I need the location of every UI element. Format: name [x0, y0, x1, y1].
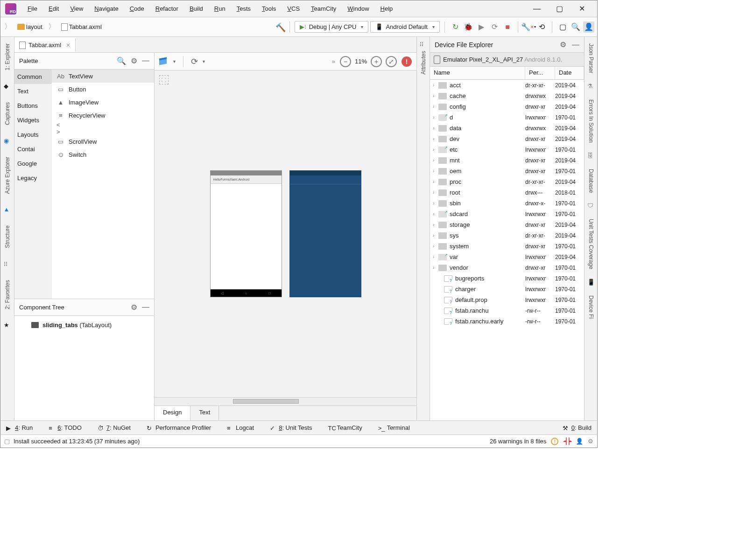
- menu-window[interactable]: Window: [342, 2, 374, 15]
- file-row[interactable]: ›oemdrwxr-xr1970-01: [430, 166, 584, 176]
- file-row[interactable]: ›mntdrwxr-xr2019-04: [430, 155, 584, 166]
- expand-icon[interactable]: ›: [433, 244, 438, 249]
- search-icon[interactable]: 🔍: [117, 56, 126, 65]
- file-row[interactable]: chargerlrwxrwxr1970-01: [430, 284, 584, 294]
- breadcrumb-file[interactable]: Tabbar.axml: [58, 22, 105, 32]
- file-row[interactable]: ›varlrwxrwxr2019-04: [430, 252, 584, 262]
- file-row[interactable]: ›storagedrwxr-xr2019-04: [430, 219, 584, 230]
- run-button[interactable]: ▶: [476, 21, 487, 33]
- palette-item[interactable]: ≡RecyclerView: [52, 109, 154, 122]
- more-icon[interactable]: »: [332, 58, 335, 65]
- expand-icon[interactable]: ›: [433, 158, 438, 163]
- col-permissions[interactable]: Per...: [525, 67, 555, 79]
- expand-icon[interactable]: ›: [433, 254, 438, 259]
- errors-badge[interactable]: !: [402, 56, 412, 67]
- expand-icon[interactable]: ›: [433, 136, 438, 141]
- tab-design[interactable]: Design: [155, 406, 190, 420]
- hector-icon[interactable]: 👤: [576, 438, 583, 445]
- palette-item[interactable]: < >: [52, 122, 154, 135]
- device-icon[interactable]: 📱: [587, 279, 595, 286]
- close-tab-icon[interactable]: ✕: [66, 42, 70, 49]
- frame-dimension-icon[interactable]: ⛶: [159, 75, 169, 84]
- minimize-icon[interactable]: —: [142, 56, 149, 65]
- tools-settings-button[interactable]: 🔧✕▾: [523, 21, 534, 33]
- file-row[interactable]: ›procdr-xr-xr-2019-04: [430, 176, 584, 187]
- layout-editor-button[interactable]: ▢: [557, 21, 568, 33]
- user-avatar[interactable]: 👤: [583, 21, 594, 33]
- expand-icon[interactable]: ›: [433, 104, 438, 109]
- file-row[interactable]: ›configdrwxr-xr2019-04: [430, 101, 584, 112]
- palette-item[interactable]: ▲ImageView: [52, 96, 154, 109]
- toolwin-run[interactable]: ▶4: Run: [3, 423, 35, 433]
- toolwin-logcat[interactable]: ≡Logcat: [224, 423, 257, 433]
- device-preview-dark[interactable]: [289, 170, 361, 297]
- palette-category[interactable]: Google: [14, 156, 52, 171]
- search-everywhere-button[interactable]: 🔍: [570, 21, 581, 33]
- right-panel-errors[interactable]: Errors In Solution: [588, 97, 594, 146]
- menu-file[interactable]: File: [22, 2, 43, 15]
- right-panel-devicefile[interactable]: Device Fi: [588, 293, 594, 322]
- status-icon[interactable]: ▢: [4, 438, 10, 445]
- palette-item[interactable]: ⊙Switch: [52, 148, 154, 161]
- dfe-device-selector[interactable]: Emulator Pixel_2_XL_API_27 Android 8.1.0…: [430, 53, 584, 67]
- toolwin-teamcity[interactable]: TCTeamCity: [325, 423, 365, 433]
- expand-icon[interactable]: ›: [433, 201, 438, 206]
- menu-view[interactable]: View: [64, 2, 89, 15]
- menu-tests[interactable]: Tests: [231, 2, 256, 15]
- expand-icon[interactable]: ›: [433, 179, 438, 184]
- zoom-out-button[interactable]: −: [340, 56, 351, 67]
- structure-icon[interactable]: ⁝⁝: [4, 260, 11, 268]
- menu-help[interactable]: Help: [375, 2, 399, 15]
- orientation-button[interactable]: ⟳: [191, 56, 198, 67]
- minimize-button[interactable]: —: [533, 5, 541, 13]
- file-row[interactable]: default.proplrwxrwxr1970-01: [430, 294, 584, 305]
- toolwin-build[interactable]: ⚒0: Build: [560, 423, 594, 433]
- debug-button[interactable]: 🐞: [463, 21, 474, 33]
- expand-icon[interactable]: ›: [433, 233, 438, 238]
- designer-icon[interactable]: ◆: [4, 83, 11, 90]
- ide-settings-icon[interactable]: ⚙: [588, 438, 593, 445]
- lock-icon[interactable]: -┥┝-: [563, 438, 571, 445]
- file-row[interactable]: ›vendordrwxr-xr1970-01: [430, 262, 584, 273]
- palette-category[interactable]: Common: [14, 70, 52, 84]
- expand-icon[interactable]: ›: [433, 222, 438, 227]
- right-panel-jsonparser[interactable]: Json Parser: [588, 41, 594, 76]
- toolwin-todo[interactable]: ≡6: TODO: [46, 423, 85, 433]
- coverage-icon[interactable]: 🛡: [587, 202, 595, 210]
- captures-icon[interactable]: ◉: [4, 137, 11, 145]
- build-button[interactable]: 🔨: [275, 22, 285, 32]
- left-panel-azure[interactable]: Azure Explorer: [4, 154, 11, 196]
- palette-category[interactable]: Widgets: [14, 113, 52, 127]
- menu-run[interactable]: Run: [209, 2, 231, 15]
- maximize-button[interactable]: ▢: [555, 5, 564, 13]
- expand-icon[interactable]: ›: [433, 126, 438, 131]
- menu-refactor[interactable]: Refactor: [150, 2, 184, 15]
- file-row[interactable]: ›systemdrwxr-xr1970-01: [430, 241, 584, 252]
- tree-item-sliding-tabs[interactable]: sliding_tabs (TabLayout): [20, 322, 148, 329]
- database-icon[interactable]: 🗄: [587, 152, 595, 160]
- file-row[interactable]: ›sbindrwxr-x-1970-01: [430, 198, 584, 209]
- palette-category[interactable]: Text: [14, 84, 52, 98]
- palette-category[interactable]: Layouts: [14, 127, 52, 142]
- breadcrumb-layout[interactable]: layout: [14, 22, 45, 31]
- toolwin-nuget[interactable]: ⏱7: NuGet: [95, 423, 134, 433]
- minimize-icon[interactable]: —: [142, 303, 149, 312]
- surface-select-button[interactable]: [159, 58, 169, 65]
- left-panel-favorites[interactable]: 2: Favorites: [4, 277, 11, 312]
- profile-button[interactable]: ⟳: [489, 21, 500, 33]
- tab-text[interactable]: Text: [190, 406, 219, 420]
- zoom-in-button[interactable]: +: [371, 56, 382, 67]
- file-row[interactable]: ›rootdrwx---2018-01: [430, 187, 584, 198]
- azure-icon[interactable]: ▲: [4, 206, 11, 213]
- horizontal-scrollbar[interactable]: [155, 397, 416, 406]
- attributes-icon[interactable]: ⁝⁝: [420, 41, 427, 48]
- left-panel-captures[interactable]: Captures: [4, 99, 11, 128]
- file-row[interactable]: ›dlrwxrwxr1970-01: [430, 112, 584, 123]
- design-canvas[interactable]: ⛶ HelloFormsXaml.Android ◁○□: [155, 70, 416, 397]
- zoom-fit-button[interactable]: ⤢: [386, 56, 397, 67]
- warnings-text[interactable]: 26 warnings in 8 files: [490, 438, 546, 445]
- attributes-panel-label[interactable]: Attributes: [420, 48, 427, 77]
- palette-item[interactable]: ▭ScrollView: [52, 135, 154, 148]
- col-date[interactable]: Date: [555, 67, 584, 79]
- palette-category[interactable]: Buttons: [14, 98, 52, 113]
